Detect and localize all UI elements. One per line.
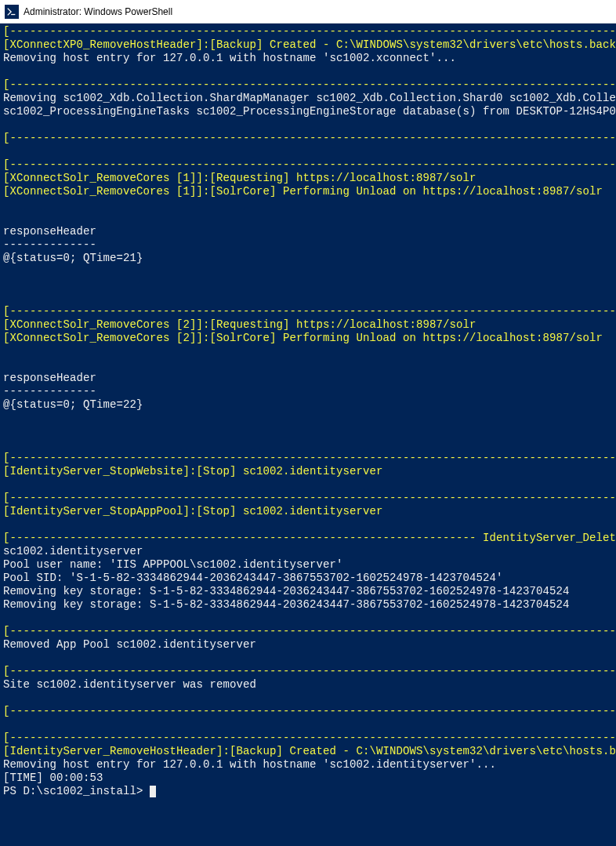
terminal-line: @{status=0; QTime=21} xyxy=(3,252,143,264)
terminal-line: @{status=0; QTime=22} xyxy=(3,398,143,411)
terminal-line: [XConnectSolr_RemoveCores [2]]:[SolrCore… xyxy=(3,332,603,344)
terminal-line: [XConnectSolr_RemoveCores [1]]:[SolrCore… xyxy=(3,185,603,198)
terminal-line: [---------------------------------------… xyxy=(3,305,616,318)
terminal-line: Pool SID: 'S-1-5-82-3334862944-203624344… xyxy=(3,572,503,584)
terminal-line: [XConnectXP0_RemoveHostHeader]:[Backup] … xyxy=(3,38,616,51)
terminal-line: [---------------------------------------… xyxy=(3,25,616,38)
terminal-line: [---------------------------------------… xyxy=(3,625,616,637)
terminal-line: Removing host entry for 127.0.0.1 with h… xyxy=(3,758,496,771)
terminal-line: [XConnectSolr_RemoveCores [1]]:[Requesti… xyxy=(3,172,476,184)
terminal-line: [TIME] 00:00:53 xyxy=(3,772,103,784)
terminal-line: Removing sc1002_Xdb.Collection.ShardMapM… xyxy=(3,92,616,104)
terminal-line: responseHeader xyxy=(3,225,96,238)
terminal-line: [---------------------------------------… xyxy=(3,158,616,171)
cursor xyxy=(150,786,156,797)
terminal-line: -------------- xyxy=(3,385,96,398)
terminal-line: Removed App Pool sc1002.identityserver xyxy=(3,638,256,651)
terminal-line: Removing key storage: S-1-5-82-333486294… xyxy=(3,598,570,611)
terminal-line: Pool user name: 'IIS APPPOOL\sc1002.iden… xyxy=(3,558,343,571)
terminal-line: [---------------------------------------… xyxy=(3,132,616,144)
terminal-line: sc1002.identityserver xyxy=(3,545,143,557)
terminal-line: responseHeader xyxy=(3,372,96,384)
terminal-line: [---------------------------------------… xyxy=(3,492,616,504)
terminal-line: [---------------------------------------… xyxy=(3,532,616,544)
terminal-output[interactable]: [---------------------------------------… xyxy=(0,24,616,846)
terminal-line: sc1002_ProcessingEngineTasks sc1002_Proc… xyxy=(3,105,616,118)
terminal-line: -------------- xyxy=(3,238,96,251)
terminal-line: [IdentityServer_StopAppPool]:[Stop] sc10… xyxy=(3,505,383,517)
terminal-line: [IdentityServer_StopWebsite]:[Stop] sc10… xyxy=(3,465,383,477)
window-title: Administrator: Windows PowerShell xyxy=(24,6,172,17)
terminal-line: [---------------------------------------… xyxy=(3,665,616,677)
terminal-line: Removing host entry for 127.0.0.1 with h… xyxy=(3,52,456,64)
terminal-line: [XConnectSolr_RemoveCores [2]]:[Requesti… xyxy=(3,318,476,331)
terminal-line: [---------------------------------------… xyxy=(3,78,616,91)
terminal-line: [---------------------------------------… xyxy=(3,705,616,717)
prompt[interactable]: PS D:\sc1002_install> xyxy=(3,785,143,797)
terminal-line: [---------------------------------------… xyxy=(3,732,616,744)
terminal-line: [---------------------------------------… xyxy=(3,452,616,464)
terminal-line: Removing key storage: S-1-5-82-333486294… xyxy=(3,585,570,597)
terminal-line: [IdentityServer_RemoveHostHeader]:[Backu… xyxy=(3,745,616,757)
powershell-icon xyxy=(5,5,19,19)
window-titlebar[interactable]: Administrator: Windows PowerShell xyxy=(0,0,616,24)
terminal-line: Site sc1002.identityserver was removed xyxy=(3,678,256,691)
